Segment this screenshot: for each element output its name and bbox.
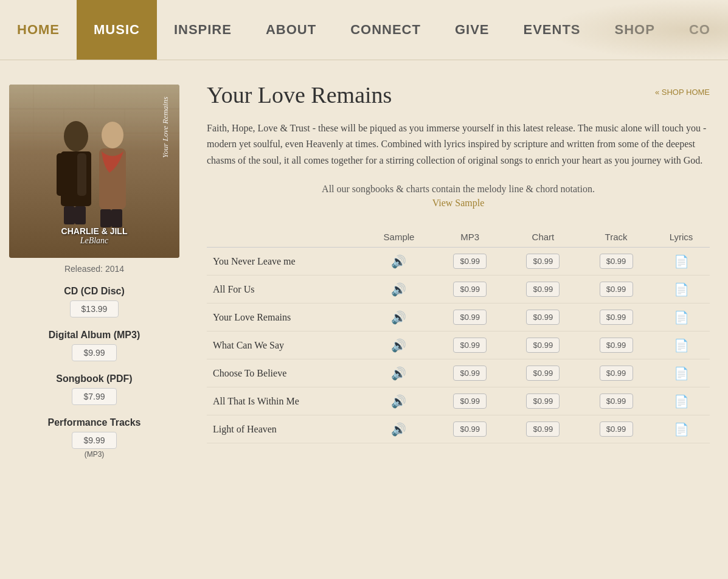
- lyrics-icon[interactable]: 📄: [674, 339, 689, 352]
- track-track-price[interactable]: $0.99: [600, 282, 633, 297]
- track-track-cell[interactable]: $0.99: [580, 331, 653, 359]
- table-row: Choose To Believe 🔊 $0.99 $0.99 $0.99 📄: [207, 359, 710, 387]
- track-chart-cell[interactable]: $0.99: [507, 387, 580, 415]
- speaker-icon[interactable]: 🔊: [391, 255, 406, 268]
- track-mp3-price[interactable]: $0.99: [453, 421, 487, 437]
- product-mp3: Digital Album (MP3) $9.99: [12, 330, 176, 361]
- speaker-icon[interactable]: 🔊: [391, 283, 406, 296]
- track-chart-price[interactable]: $0.99: [526, 338, 560, 353]
- cd-price-button[interactable]: $13.99: [70, 300, 119, 317]
- lyrics-icon[interactable]: 📄: [674, 283, 689, 296]
- speaker-icon[interactable]: 🔊: [391, 423, 406, 436]
- track-mp3-cell[interactable]: $0.99: [434, 276, 507, 303]
- svg-rect-10: [57, 153, 66, 196]
- track-mp3-price[interactable]: $0.99: [453, 394, 487, 409]
- nav-give[interactable]: GIVE: [438, 0, 507, 60]
- track-chart-cell[interactable]: $0.99: [507, 248, 580, 276]
- svg-point-14: [102, 122, 123, 148]
- track-mp3-cell[interactable]: $0.99: [434, 415, 507, 443]
- track-chart-cell[interactable]: $0.99: [507, 331, 580, 359]
- table-row: All For Us 🔊 $0.99 $0.99 $0.99 📄: [207, 276, 710, 303]
- lyrics-icon[interactable]: 📄: [674, 423, 689, 436]
- svg-point-8: [64, 121, 88, 151]
- track-mp3-price[interactable]: $0.99: [453, 310, 487, 325]
- nav-music[interactable]: MUSIC: [77, 0, 157, 60]
- album-title: Your Love Remains: [207, 81, 710, 108]
- track-mp3-cell[interactable]: $0.99: [434, 387, 507, 415]
- shop-home-link[interactable]: « SHOP HOME: [655, 88, 710, 97]
- album-cover[interactable]: Your Love Remains CHARLIE & JILL LeBlanc: [9, 85, 179, 258]
- track-lyrics-cell[interactable]: 📄: [653, 303, 710, 331]
- table-row: Light of Heaven 🔊 $0.99 $0.99 $0.99 📄: [207, 415, 710, 443]
- view-sample-link[interactable]: View Sample: [207, 198, 710, 209]
- track-sample-cell[interactable]: 🔊: [364, 387, 433, 415]
- track-sample-cell[interactable]: 🔊: [364, 359, 433, 387]
- track-chart-cell[interactable]: $0.99: [507, 415, 580, 443]
- mp3-price-button[interactable]: $9.99: [72, 344, 116, 361]
- track-mp3-price[interactable]: $0.99: [453, 366, 487, 381]
- track-mp3-price[interactable]: $0.99: [453, 338, 487, 353]
- track-chart-price[interactable]: $0.99: [526, 282, 560, 297]
- track-track-cell[interactable]: $0.99: [580, 387, 653, 415]
- track-chart-price[interactable]: $0.99: [526, 366, 560, 381]
- track-sample-cell[interactable]: 🔊: [364, 415, 433, 443]
- nav-connect[interactable]: CONNECT: [333, 0, 438, 60]
- nav-events[interactable]: EVENTS: [507, 0, 598, 60]
- col-header-track: Track: [580, 227, 653, 248]
- track-mp3-cell[interactable]: $0.99: [434, 303, 507, 331]
- speaker-icon[interactable]: 🔊: [391, 311, 406, 324]
- track-chart-price[interactable]: $0.99: [526, 394, 560, 409]
- nav-co[interactable]: CO: [672, 0, 727, 60]
- track-track-price[interactable]: $0.99: [600, 254, 633, 269]
- track-lyrics-cell[interactable]: 📄: [653, 387, 710, 415]
- speaker-icon[interactable]: 🔊: [391, 339, 406, 352]
- track-sample-cell[interactable]: 🔊: [364, 331, 433, 359]
- track-track-price[interactable]: $0.99: [600, 394, 633, 409]
- track-chart-cell[interactable]: $0.99: [507, 359, 580, 387]
- nav-home[interactable]: HOME: [0, 0, 77, 60]
- album-cover-title: Your Love Remains: [161, 97, 170, 158]
- track-chart-price[interactable]: $0.99: [526, 254, 560, 269]
- track-lyrics-cell[interactable]: 📄: [653, 359, 710, 387]
- track-mp3-cell[interactable]: $0.99: [434, 359, 507, 387]
- product-tracks: Performance Tracks $9.99 (MP3): [12, 417, 176, 459]
- track-sample-cell[interactable]: 🔊: [364, 248, 433, 276]
- speaker-icon[interactable]: 🔊: [391, 367, 406, 380]
- track-track-cell[interactable]: $0.99: [580, 248, 653, 276]
- svg-rect-17: [111, 209, 122, 227]
- track-lyrics-cell[interactable]: 📄: [653, 415, 710, 443]
- nav-about[interactable]: ABOUT: [249, 0, 333, 60]
- speaker-icon[interactable]: 🔊: [391, 395, 406, 408]
- tracks-price-button[interactable]: $9.99: [72, 432, 116, 449]
- track-sample-cell[interactable]: 🔊: [364, 303, 433, 331]
- track-lyrics-cell[interactable]: 📄: [653, 276, 710, 303]
- track-mp3-cell[interactable]: $0.99: [434, 248, 507, 276]
- track-chart-price[interactable]: $0.99: [526, 310, 560, 325]
- track-mp3-price[interactable]: $0.99: [453, 282, 487, 297]
- track-chart-price[interactable]: $0.99: [526, 421, 560, 437]
- table-row: Your Love Remains 🔊 $0.99 $0.99 $0.99 📄: [207, 303, 710, 331]
- songbook-price-button[interactable]: $7.99: [72, 388, 116, 405]
- track-lyrics-cell[interactable]: 📄: [653, 331, 710, 359]
- track-track-cell[interactable]: $0.99: [580, 303, 653, 331]
- track-track-cell[interactable]: $0.99: [580, 359, 653, 387]
- lyrics-icon[interactable]: 📄: [674, 395, 689, 408]
- track-sample-cell[interactable]: 🔊: [364, 276, 433, 303]
- lyrics-icon[interactable]: 📄: [674, 311, 689, 324]
- track-mp3-cell[interactable]: $0.99: [434, 331, 507, 359]
- track-track-cell[interactable]: $0.99: [580, 415, 653, 443]
- track-track-price[interactable]: $0.99: [600, 310, 633, 325]
- track-track-price[interactable]: $0.99: [600, 366, 633, 381]
- track-track-price[interactable]: $0.99: [600, 421, 633, 437]
- lyrics-icon[interactable]: 📄: [674, 255, 689, 268]
- track-mp3-price[interactable]: $0.99: [453, 254, 487, 269]
- track-chart-cell[interactable]: $0.99: [507, 276, 580, 303]
- nav-shop[interactable]: SHOP: [598, 0, 672, 60]
- track-chart-cell[interactable]: $0.99: [507, 303, 580, 331]
- track-track-cell[interactable]: $0.99: [580, 276, 653, 303]
- track-lyrics-cell[interactable]: 📄: [653, 248, 710, 276]
- lyrics-icon[interactable]: 📄: [674, 367, 689, 380]
- track-name: Light of Heaven: [207, 415, 364, 443]
- nav-inspire[interactable]: INSPIRE: [157, 0, 249, 60]
- track-track-price[interactable]: $0.99: [600, 338, 633, 353]
